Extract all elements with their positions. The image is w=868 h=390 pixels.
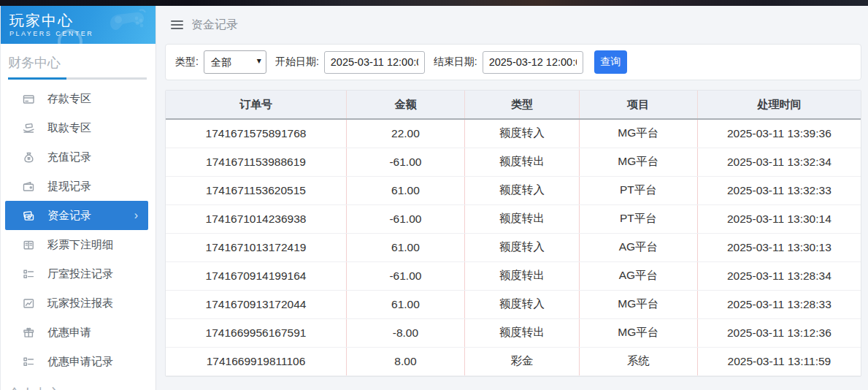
table-cell: 2025-03-11 13:11:59: [697, 347, 861, 375]
sidebar-item-label: 充值记录: [47, 150, 91, 164]
sidebar-item-玩家投注报表[interactable]: 玩家投注报表: [1, 288, 155, 318]
hand-money-icon: [23, 122, 35, 134]
table-cell: MG平台: [579, 290, 697, 318]
page-title: 资金记录: [191, 18, 238, 33]
filter-panel: 类型: 全部 ▾ 开始日期: 结束日期: 查询: [165, 44, 861, 80]
table-cell: 彩金: [464, 347, 579, 375]
table-cell: 系统: [579, 347, 697, 375]
brand-header: 玩家中心 PLAYERS CENTER: [1, 6, 155, 44]
sidebar-item-label: 彩票下注明细: [47, 238, 113, 252]
table-cell: 2025-03-11 13:28:33: [697, 290, 861, 318]
sidebar-item-优惠申请记录[interactable]: 优惠申请记录: [1, 347, 155, 376]
type-label: 类型:: [175, 56, 199, 69]
sidebar-item-label: 优惠申请: [47, 326, 91, 340]
column-header: 类型: [464, 91, 579, 119]
end-date-input[interactable]: [483, 51, 583, 74]
sidebar-item-彩票下注明细[interactable]: 彩票下注明细: [1, 230, 155, 259]
wallet-icon: [23, 180, 35, 193]
end-date-label: 结束日期:: [434, 56, 477, 69]
table-cell: 额度转入: [464, 176, 579, 204]
sidebar-item-存款专区[interactable]: 存款专区: [1, 84, 155, 113]
sidebar-item-label: 玩家投注报表: [47, 297, 113, 310]
main-content: 资金记录 类型: 全部 ▾ 开始日期: 结束日期: 查询 订单号金额类型项目处理…: [157, 6, 868, 390]
sidebar-item-取款专区[interactable]: 取款专区: [1, 113, 155, 142]
table-cell: 额度转出: [464, 318, 579, 347]
funds-icon: [23, 210, 35, 222]
top-banner-strip: [0, 0, 868, 6]
column-header: 金额: [347, 91, 465, 119]
table-cell: 1741669956167591: [166, 318, 347, 347]
table-cell: 61.00: [347, 290, 465, 318]
table-cell: -61.00: [347, 148, 465, 176]
topbar: 资金记录: [157, 6, 868, 44]
checklist-icon: [23, 268, 35, 280]
table-row: 1741669956167591-8.00额度转出MG平台2025-03-11 …: [166, 318, 861, 347]
table-cell: 1741671575891768: [166, 119, 347, 148]
table-cell: 1741671014236938: [166, 204, 347, 233]
table-cell: 2025-03-11 13:39:36: [697, 119, 861, 148]
table-cell: 1741670914199164: [166, 261, 347, 290]
type-select-wrap: 全部 ▾: [204, 50, 266, 74]
gift-icon: [23, 326, 35, 339]
table-cell: 额度转出: [464, 204, 579, 233]
table-cell: 2025-03-11 13:12:36: [697, 318, 861, 347]
table-cell: 2025-03-11 13:32:33: [697, 176, 861, 204]
table-cell: MG平台: [579, 318, 697, 347]
table-cell: 额度转入: [464, 119, 579, 148]
records-table-card: 订单号金额类型项目处理时间 174167157589176822.00额度转入M…: [165, 90, 861, 377]
hamburger-menu-icon[interactable]: [171, 20, 183, 29]
table-cell: 2025-03-11 13:28:34: [697, 261, 861, 290]
start-date-input[interactable]: [324, 51, 425, 74]
table-body: 174167157589176822.00额度转入MG平台2025-03-11 …: [166, 119, 861, 375]
gamepad-icon: [107, 9, 150, 42]
type-select[interactable]: 全部: [204, 50, 266, 74]
sidebar-item-厅室投注记录[interactable]: 厅室投注记录: [1, 259, 155, 288]
table-cell: 61.00: [347, 176, 465, 204]
sidebar-item-充值记录[interactable]: 充值记录: [1, 142, 155, 172]
sidebar-menu: 存款专区取款专区充值记录提现记录资金记录›彩票下注明细厅室投注记录玩家投注报表优…: [1, 84, 155, 376]
sidebar-item-label: 厅室投注记录: [47, 267, 113, 281]
section-finance-center: 财务中心: [1, 44, 155, 77]
section-divider: [8, 77, 147, 80]
table-row: 174167115362051561.00额度转入PT平台2025-03-11 …: [166, 176, 861, 204]
table-cell: 61.00: [347, 233, 465, 261]
chevron-right-icon: ›: [134, 210, 138, 221]
table-cell: MG平台: [579, 148, 697, 176]
card-icon: [23, 93, 35, 105]
table-cell: AG平台: [579, 261, 697, 290]
sidebar-item-资金记录[interactable]: 资金记录›: [5, 201, 148, 230]
table-cell: 1741671153988619: [166, 148, 347, 176]
sidebar-item-label: 提现记录: [47, 180, 91, 194]
records-table: 订单号金额类型项目处理时间 174167157589176822.00额度转入M…: [166, 91, 861, 376]
sidebar-item-label: 取款专区: [47, 121, 91, 135]
sidebar-item-优惠申请[interactable]: 优惠申请: [1, 318, 155, 347]
table-row: 1741670914199164-61.00额度转出AG平台2025-03-11…: [166, 261, 861, 290]
column-header: 订单号: [166, 91, 347, 119]
table-row: 17416699198111068.00彩金系统2025-03-11 13:11…: [166, 347, 861, 375]
table-row: 174167157589176822.00额度转入MG平台2025-03-11 …: [166, 119, 861, 148]
table-cell: -61.00: [347, 204, 465, 233]
table-cell: MG平台: [579, 119, 697, 148]
table-cell: 额度转出: [464, 148, 579, 176]
table-row: 1741671153988619-61.00额度转出MG平台2025-03-11…: [166, 148, 861, 176]
search-button[interactable]: 查询: [594, 50, 627, 74]
table-cell: 2025-03-11 13:30:14: [697, 204, 861, 233]
table-cell: 22.00: [347, 119, 465, 148]
sidebar-item-label: 资金记录: [47, 209, 91, 223]
table-cell: PT平台: [579, 204, 697, 233]
table-cell: AG平台: [579, 233, 697, 261]
table-cell: 额度转出: [464, 261, 579, 290]
table-cell: 2025-03-11 13:30:13: [697, 233, 861, 261]
column-header: 项目: [579, 91, 697, 119]
start-date-label: 开始日期:: [275, 56, 319, 69]
sidebar: 玩家中心 PLAYERS CENTER 财务中心 存款专区取款专区充值记录提现记…: [0, 6, 156, 390]
document-icon: [23, 239, 35, 251]
table-row: 1741671014236938-61.00额度转出PT平台2025-03-11…: [166, 204, 861, 233]
section-personal-center: 个人中心: [1, 376, 155, 390]
sidebar-item-提现记录[interactable]: 提现记录: [1, 172, 155, 201]
table-cell: 额度转入: [464, 233, 579, 261]
table-cell: -61.00: [347, 261, 465, 290]
table-cell: 1741670913172044: [166, 290, 347, 318]
table-cell: PT平台: [579, 176, 697, 204]
table-cell: 2025-03-11 13:32:34: [697, 148, 861, 176]
